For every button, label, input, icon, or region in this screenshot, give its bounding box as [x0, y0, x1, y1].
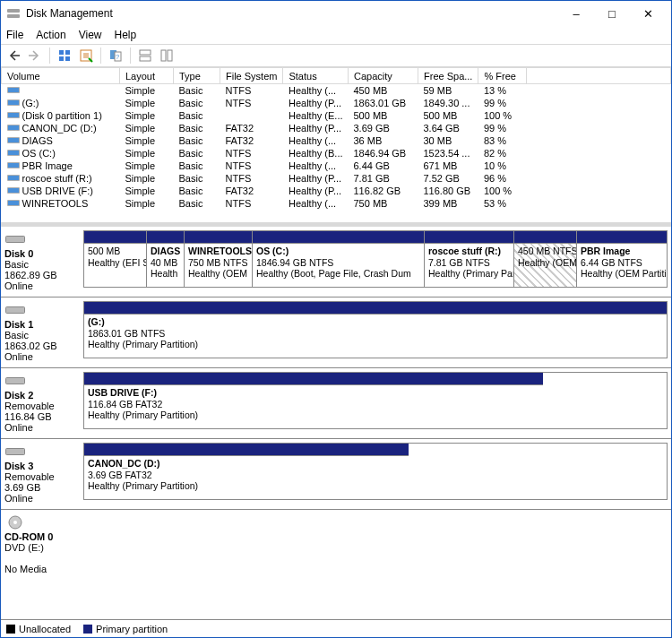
col-free[interactable]: Free Spa...: [418, 68, 478, 84]
volume-type: Basic: [174, 84, 220, 97]
disk-size: 1862.89 GB: [4, 270, 57, 280]
close-button[interactable]: ✕: [630, 2, 666, 25]
partition-label: WINRETOOLS: [188, 246, 252, 256]
volume-row[interactable]: Simple Basic NTFS Healthy (... 450 MB 59…: [2, 84, 671, 97]
volume-row[interactable]: WINRETOOLS Simple Basic NTFS Healthy (..…: [2, 197, 671, 210]
volume-fs: FAT32: [220, 134, 283, 147]
maximize-button[interactable]: □: [594, 2, 630, 25]
col-layout[interactable]: Layout: [120, 68, 174, 84]
partition-color-bar: [185, 231, 252, 244]
volume-row[interactable]: OS (C:) Simple Basic NTFS Healthy (B... …: [2, 147, 671, 160]
partition[interactable]: CANON_DC (D:) 3.69 GB FAT32 Healthy (Pri…: [84, 444, 409, 499]
volume-row[interactable]: roscoe stuff (R:) Simple Basic NTFS Heal…: [2, 172, 671, 185]
svg-rect-33: [8, 201, 19, 205]
volume-list-pane[interactable]: Volume Layout Type File System Status Ca…: [1, 67, 671, 227]
col-capacity[interactable]: Capacity: [349, 68, 418, 84]
partition[interactable]: PBR Image 6.44 GB NTFS Healthy (OEM Part…: [577, 231, 667, 287]
disk-info[interactable]: Disk 2 Removable 116.84 GB Online: [1, 368, 83, 438]
partition-status: Healthy (Primary Partition): [88, 410, 198, 420]
titlebar[interactable]: Disk Management – □ ✕: [1, 1, 671, 26]
help-button[interactable]: ?: [107, 47, 125, 65]
partition[interactable]: roscoe stuff (R:) 7.81 GB NTFS Healthy (…: [425, 231, 514, 287]
volume-icon: [7, 185, 20, 194]
partition-status: Health: [151, 268, 177, 279]
col-fs[interactable]: File System: [220, 68, 283, 84]
disk-info[interactable]: CD-ROM 0 DVD (E:) No Media: [1, 510, 83, 580]
partition[interactable]: USB DRIVE (F:) 116.84 GB FAT32 Healthy (…: [84, 373, 543, 428]
col-volume[interactable]: Volume: [2, 68, 120, 84]
disk-row: Disk 2 Removable 116.84 GB Online USB DR…: [1, 368, 671, 439]
svg-rect-3: [65, 50, 70, 55]
volume-layout: Simple: [120, 185, 174, 197]
partition-info: 450 MB NTFS: [518, 246, 576, 256]
menu-view[interactable]: View: [79, 29, 102, 41]
volume-fs: FAT32: [220, 122, 283, 134]
volume-capacity: 500 MB: [349, 109, 418, 122]
volume-name: OS (C:): [22, 148, 56, 159]
volume-type: Basic: [174, 134, 220, 147]
partition-info: 1846.94 GB NTFS: [256, 257, 333, 268]
partition[interactable]: OS (C:) 1846.94 GB NTFS Healthy (Boot, P…: [253, 231, 425, 287]
disk-info[interactable]: Disk 3 Removable 3.69 GB Online: [1, 439, 83, 509]
col-status[interactable]: Status: [283, 68, 349, 84]
col-type[interactable]: Type: [174, 68, 220, 84]
volume-layout: Simple: [120, 122, 174, 134]
volume-fs: NTFS: [220, 147, 283, 160]
grid-view-button[interactable]: [136, 47, 154, 65]
svg-rect-41: [6, 449, 24, 454]
partition[interactable]: 450 MB NTFS Healthy (OEM: [514, 231, 577, 287]
svg-rect-13: [168, 50, 172, 61]
svg-rect-0: [7, 9, 20, 13]
disk-row: Disk 1 Basic 1863.02 GB Online (G:) 1863…: [1, 297, 671, 368]
menu-action[interactable]: Action: [36, 29, 65, 41]
menu-help[interactable]: Help: [115, 29, 137, 41]
svg-rect-12: [161, 50, 166, 61]
partition[interactable]: (G:) 1863.01 GB NTFS Healthy (Primary Pa…: [84, 302, 667, 358]
svg-rect-5: [65, 56, 70, 61]
partition[interactable]: WINRETOOLS 750 MB NTFS Healthy (OEM: [185, 231, 253, 287]
disk-row: Disk 3 Removable 3.69 GB Online CANON_DC…: [1, 439, 671, 510]
partition-info: 500 MB: [88, 246, 120, 256]
window-title: Disk Management: [26, 7, 558, 20]
volume-free: 1523.54 ...: [418, 147, 478, 160]
col-pct[interactable]: % Free: [478, 68, 527, 84]
volume-row[interactable]: CANON_DC (D:) Simple Basic FAT32 Healthy…: [2, 122, 671, 134]
svg-rect-4: [59, 56, 64, 61]
volume-table: Volume Layout Type File System Status Ca…: [1, 67, 671, 210]
volume-row[interactable]: PBR Image Simple Basic NTFS Healthy (...…: [2, 160, 671, 172]
forward-button[interactable]: [26, 47, 44, 65]
volume-capacity: 3.69 GB: [349, 122, 418, 134]
properties-button[interactable]: [77, 47, 95, 65]
disk-info[interactable]: Disk 0 Basic 1862.89 GB Online: [1, 227, 83, 297]
disk-type: Removable: [4, 401, 55, 411]
volume-type: Basic: [174, 109, 220, 122]
svg-rect-2: [59, 50, 64, 55]
partition-info: 6.44 GB NTFS: [581, 257, 642, 268]
volume-capacity: 750 MB: [349, 197, 418, 210]
svg-rect-10: [140, 50, 151, 55]
volume-pct: 10 %: [478, 160, 527, 172]
partition[interactable]: DIAGS 40 MB Health: [147, 231, 185, 287]
back-button[interactable]: [4, 47, 22, 65]
partition-status: Healthy (OEM: [188, 268, 247, 279]
volume-row[interactable]: (G:) Simple Basic NTFS Healthy (P... 186…: [2, 97, 671, 109]
volume-row[interactable]: (Disk 0 partition 1) Simple Basic Health…: [2, 109, 671, 122]
volume-type: Basic: [174, 122, 220, 134]
svg-rect-19: [8, 113, 19, 117]
list-view-button[interactable]: [158, 47, 176, 65]
refresh-button[interactable]: [56, 47, 73, 65]
svg-rect-29: [8, 176, 19, 180]
partition[interactable]: 500 MB Healthy (EFI S: [84, 231, 147, 287]
volume-icon: [7, 110, 20, 119]
toolbar: ?: [1, 44, 671, 67]
minimize-button[interactable]: –: [558, 2, 594, 25]
menu-file[interactable]: File: [6, 29, 23, 41]
legend-unallocated-label: Unallocated: [19, 624, 71, 634]
disk-size: 116.84 GB: [4, 411, 52, 422]
svg-rect-35: [6, 237, 24, 242]
disk-graphical-pane[interactable]: Disk 0 Basic 1862.89 GB Online 500 MB He…: [1, 227, 671, 619]
volume-row[interactable]: DIAGS Simple Basic FAT32 Healthy (... 36…: [2, 134, 671, 147]
volume-pct: 82 %: [478, 147, 527, 160]
disk-info[interactable]: Disk 1 Basic 1863.02 GB Online: [1, 297, 83, 367]
volume-row[interactable]: USB DRIVE (F:) Simple Basic FAT32 Health…: [2, 185, 671, 197]
